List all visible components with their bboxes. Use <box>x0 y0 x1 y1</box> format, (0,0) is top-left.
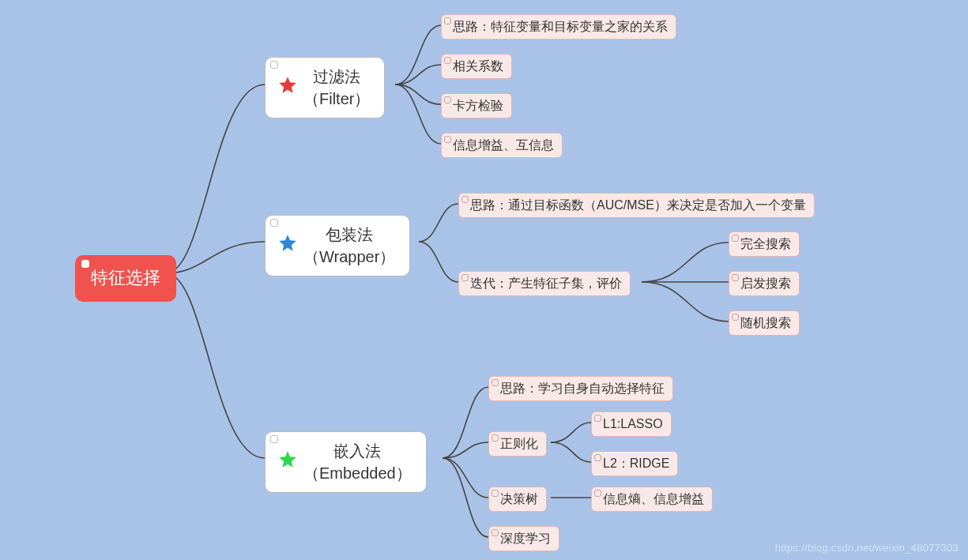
method-label: 嵌入法 （Embedded） <box>303 440 412 484</box>
tree-child-entropy[interactable]: 信息熵、信息增益 <box>591 487 713 512</box>
iter-child-full[interactable]: 完全搜索 <box>729 231 800 257</box>
collapse-dot[interactable] <box>81 260 89 268</box>
collapse-dot[interactable] <box>492 379 499 386</box>
wrapper-child-idea[interactable]: 思路：通过目标函数（AUC/MSE）来决定是否加入一个变量 <box>458 193 815 218</box>
wrapper-child-iter[interactable]: 迭代：产生特征子集，评价 <box>458 271 631 296</box>
filter-child-ig[interactable]: 信息增益、互信息 <box>441 133 563 158</box>
root-node[interactable]: 特征选择 <box>75 255 176 302</box>
embedded-child-idea[interactable]: 思路：学习自身自动选择特征 <box>488 376 673 401</box>
watermark-text: https://blog.csdn.net/weixin_48077303 <box>775 542 959 554</box>
reg-child-l2[interactable]: L2：RIDGE <box>591 451 678 476</box>
method-label: 包装法 （Wrapper） <box>303 224 395 268</box>
method-embedded[interactable]: 嵌入法 （Embedded） <box>265 431 427 493</box>
collapse-dot[interactable] <box>444 96 451 103</box>
collapse-dot[interactable] <box>732 235 739 242</box>
collapse-dot[interactable] <box>444 136 451 143</box>
collapse-dot[interactable] <box>444 57 451 64</box>
svg-marker-0 <box>279 77 296 93</box>
collapse-dot[interactable] <box>492 529 499 536</box>
collapse-dot[interactable] <box>492 434 499 442</box>
collapse-dot[interactable] <box>732 314 739 321</box>
star-icon <box>277 75 299 101</box>
embedded-child-reg[interactable]: 正则化 <box>488 431 547 457</box>
collapse-dot[interactable] <box>461 274 469 281</box>
svg-marker-1 <box>279 235 296 251</box>
method-filter[interactable]: 过滤法 （Filter） <box>265 57 385 118</box>
embedded-child-tree[interactable]: 决策树 <box>488 487 547 512</box>
svg-marker-2 <box>279 451 296 468</box>
filter-child-idea[interactable]: 思路：特征变量和目标变量之家的关系 <box>441 14 676 39</box>
embedded-child-dl[interactable]: 深度学习 <box>488 526 559 551</box>
reg-child-l1[interactable]: L1:LASSO <box>591 412 672 437</box>
collapse-dot[interactable] <box>594 454 601 461</box>
iter-child-heuristic[interactable]: 启发搜索 <box>729 271 800 296</box>
root-label: 特征选择 <box>91 268 160 288</box>
collapse-dot[interactable] <box>594 490 601 497</box>
star-icon <box>277 449 299 475</box>
collapse-dot[interactable] <box>732 274 739 281</box>
collapse-dot[interactable] <box>270 219 278 227</box>
collapse-dot[interactable] <box>594 415 601 422</box>
collapse-dot[interactable] <box>270 435 278 443</box>
collapse-dot[interactable] <box>461 196 469 203</box>
star-icon <box>277 233 299 259</box>
method-wrapper[interactable]: 包装法 （Wrapper） <box>265 215 410 276</box>
collapse-dot[interactable] <box>270 61 278 69</box>
filter-child-corr[interactable]: 相关系数 <box>441 54 512 79</box>
collapse-dot[interactable] <box>444 17 451 24</box>
method-label: 过滤法 （Filter） <box>303 66 370 110</box>
collapse-dot[interactable] <box>492 490 499 497</box>
filter-child-chi[interactable]: 卡方检验 <box>441 93 512 118</box>
iter-child-random[interactable]: 随机搜索 <box>729 310 800 336</box>
